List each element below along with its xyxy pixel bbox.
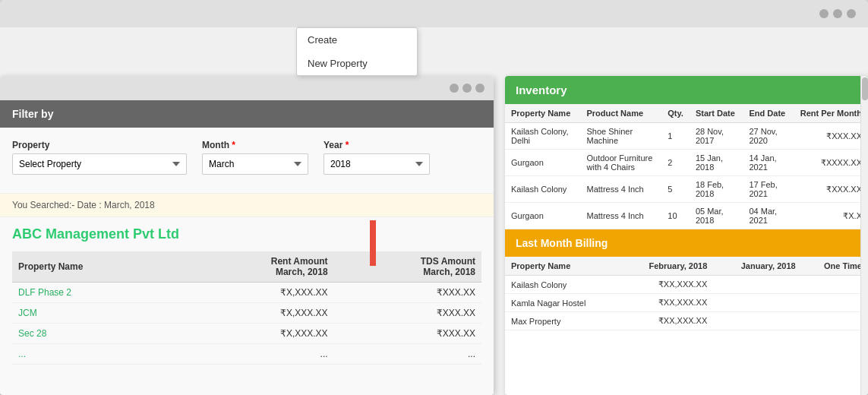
- month-required: *: [232, 140, 235, 150]
- inv-qty: 2: [661, 150, 690, 176]
- filter-row: Property Select Property Month * January…: [12, 140, 481, 175]
- bill-feb: ₹XX,XXX.XX: [620, 312, 713, 330]
- result-rent: ...: [181, 344, 333, 365]
- filter-window: Filter by Property Select Property Month…: [0, 76, 494, 395]
- billing-title: Last Month Billing: [516, 237, 608, 249]
- search-result-text: You Searched:- Date : March, 2018: [12, 200, 155, 210]
- property-label: Property: [12, 140, 187, 150]
- create-menu-item[interactable]: Create: [297, 28, 417, 52]
- year-required: *: [346, 140, 349, 150]
- filter-title: Filter by: [12, 108, 53, 120]
- inventory-table: Property Name Product Name Qty. Start Da…: [505, 104, 868, 229]
- inv-rent: ₹XXXX.XX: [794, 150, 868, 176]
- result-rent: ₹X,XXX.XX: [181, 324, 333, 344]
- inv-qty: 5: [661, 176, 690, 203]
- result-table-header-row: Property Name Rent Amount March, 2018 TD…: [12, 251, 481, 283]
- billing-table-row: Max Property ₹XX,XXX.XX: [505, 312, 868, 330]
- result-section: ABC Management Pvt Ltd Property Name Ren…: [0, 217, 494, 395]
- bill-property: Max Property: [505, 312, 620, 330]
- bill-onetime: [802, 276, 868, 294]
- result-rent: ₹X,XXX.XX: [181, 303, 333, 324]
- red-accent-bar: [370, 220, 376, 266]
- billing-table-row: Kamla Nagar Hostel ₹XX,XXX.XX: [505, 294, 868, 312]
- bill-col-feb: February, 2018: [620, 257, 713, 276]
- new-property-menu-item[interactable]: New Property: [297, 52, 417, 75]
- inv-product: Bed Controller: [581, 229, 662, 230]
- month-filter-group: Month * January February March April: [202, 140, 308, 175]
- bill-onetime: [802, 294, 868, 312]
- bill-property: Kailash Colony: [505, 276, 620, 294]
- inv-rent: ₹XXX.XX: [794, 123, 868, 150]
- window-dot-2: [833, 9, 842, 18]
- bill-property: Kamla Nagar Hostel: [505, 294, 620, 312]
- inv-property: Kailash Colony, Delhi: [505, 123, 581, 150]
- inventory-table-row: Gurgaon Outdoor Furniture with 4 Chairs …: [505, 150, 868, 176]
- inv-qty: 1: [661, 123, 690, 150]
- result-property-name: JCM: [12, 303, 181, 324]
- billing-section: Property Name February, 2018 January, 20…: [505, 257, 868, 378]
- bill-feb: ₹XX,XXX.XX: [620, 276, 713, 294]
- inv-col-qty: Qty.: [661, 104, 690, 123]
- bill-feb: ₹XX,XXX.XX: [620, 294, 713, 312]
- inv-rent: ₹XXX.XX: [794, 176, 868, 203]
- result-tds: ₹XXX.XX: [334, 283, 481, 303]
- filter-dot-1: [450, 84, 459, 93]
- inv-col-property: Property Name: [505, 104, 581, 123]
- inv-product: Outdoor Furniture with 4 Chairs: [581, 150, 662, 176]
- inventory-table-row: Kailash Colony, Delhi Shoe Shiner Machin…: [505, 123, 868, 150]
- result-table-row: JCM ₹X,XXX.XX ₹XXX.XX: [12, 303, 481, 324]
- inv-start: 05 Mar, 2018: [690, 203, 743, 229]
- month-select[interactable]: January February March April: [202, 153, 308, 175]
- bill-jan: [713, 294, 801, 312]
- window-dot-3: [847, 9, 856, 18]
- filter-header: Filter by: [0, 100, 494, 128]
- result-tds: ₹XXX.XX: [334, 303, 481, 324]
- inventory-table-row: Gurgaon Mattress 4 Inch 10 05 Mar, 2018 …: [505, 203, 868, 229]
- bill-col-property: Property Name: [505, 257, 620, 276]
- result-table-row: Sec 28 ₹X,XXX.XX ₹XXX.XX: [12, 324, 481, 344]
- billing-table-row: Kailash Colony ₹XX,XXX.XX: [505, 276, 868, 294]
- inv-end: 04 Mar, 2021: [743, 203, 794, 229]
- result-rent: ₹X,XXX.XX: [181, 283, 333, 303]
- right-panel: Inventory Property Name Product Name Qty…: [505, 76, 868, 395]
- inventory-table-row: Kailash Colony Mattress 4 Inch 5 18 Feb,…: [505, 176, 868, 203]
- result-property-name: Sec 28: [12, 324, 181, 344]
- result-table-row: DLF Phase 2 ₹X,XXX.XX ₹XXX.XX: [12, 283, 481, 303]
- result-tds: ₹XXX.XX: [334, 324, 481, 344]
- result-table: Property Name Rent Amount March, 2018 TD…: [12, 251, 481, 365]
- filter-dot-2: [462, 84, 472, 93]
- inv-property: Delhi: [505, 229, 581, 230]
- inv-end: 17 Feb, 2021: [743, 176, 794, 203]
- month-label: Month *: [202, 140, 308, 150]
- year-select[interactable]: 2016 2017 2018: [324, 153, 430, 175]
- inv-rent: ₹X.X: [794, 203, 868, 229]
- bill-jan: [713, 312, 801, 330]
- col-property-name: Property Name: [12, 251, 181, 283]
- bill-col-onetime: One Time: [802, 257, 868, 276]
- window-dot-1: [819, 9, 829, 18]
- bill-onetime: [802, 312, 868, 330]
- inv-start: 18 Feb, 2018: [690, 176, 743, 203]
- inventory-header-row: Property Name Product Name Qty. Start Da…: [505, 104, 868, 123]
- inv-end: 27 Nov, 2020: [743, 123, 794, 150]
- billing-scrollbar[interactable]: [860, 257, 868, 378]
- inventory-table-row: Delhi Bed Controller 2 06 Mar, 2018 05 M…: [505, 229, 868, 230]
- inv-col-end: End Date: [743, 104, 794, 123]
- inv-end: 14 Jan, 2021: [743, 150, 794, 176]
- inv-start: 06 Mar, 2018: [690, 229, 743, 230]
- result-table-row: ... ... ...: [12, 344, 481, 365]
- inv-qty: 10: [661, 203, 690, 229]
- create-dropdown-menu: Create New Property: [296, 27, 418, 76]
- billing-header-row: Property Name February, 2018 January, 20…: [505, 257, 868, 276]
- filter-dot-3: [475, 84, 485, 93]
- inv-end: 05 Mar, 2021: [743, 229, 794, 230]
- property-filter-group: Property Select Property: [12, 140, 187, 175]
- search-result-bar: You Searched:- Date : March, 2018: [0, 193, 494, 217]
- inv-col-product: Product Name: [581, 104, 662, 123]
- inv-col-start: Start Date: [690, 104, 743, 123]
- result-property-name: DLF Phase 2: [12, 283, 181, 303]
- filter-titlebar: [0, 76, 494, 100]
- bill-col-jan: January, 2018: [713, 257, 801, 276]
- result-tds: ...: [334, 344, 481, 365]
- property-select[interactable]: Select Property: [12, 153, 187, 175]
